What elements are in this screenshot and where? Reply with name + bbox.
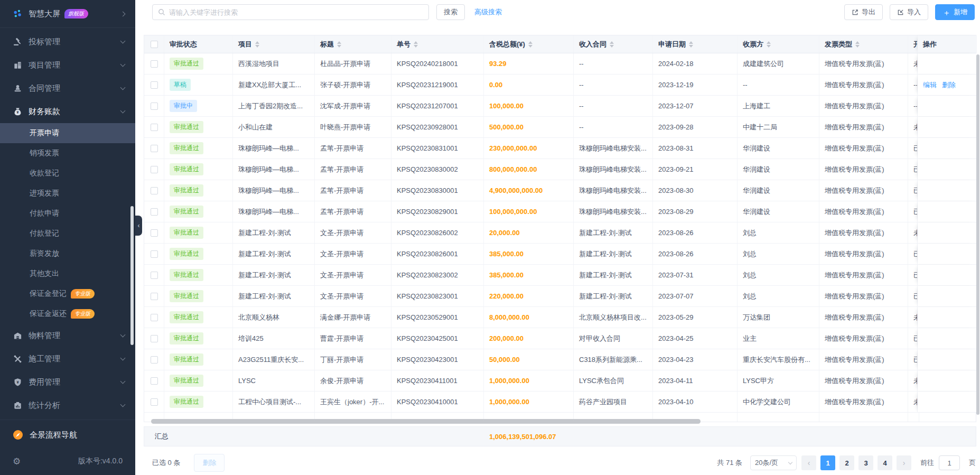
sidebar-item-other-expense[interactable]: 其他支出 [0,264,135,284]
sidebar-scrollbar[interactable] [130,206,134,345]
column-header[interactable]: 含税总额(¥) [484,35,574,53]
sidebar-item-invoice-apply[interactable]: 开票申请 [0,123,135,143]
table-body: 审批通过西溪湿地项目杜晶晶-开票申请KPSQ2024021800193.29--… [144,53,976,422]
table-cell: 增值税专用发票(蓝) [819,349,908,370]
horizontal-scrollbar[interactable] [151,419,701,424]
column-header[interactable]: 标题 [315,35,391,53]
row-checkbox[interactable] [151,60,158,68]
row-checkbox[interactable] [151,272,158,279]
table-row: 审批通过工程中心项目测试-...王宾生（joker）-开...KPSQ20230… [144,392,976,413]
sort-icon[interactable] [855,41,860,48]
column-header[interactable]: 收票方 [738,35,819,53]
column-header[interactable]: 发票类型 [819,35,908,53]
page-button[interactable]: 3 [858,455,873,470]
sidebar-item-finance-mgmt[interactable]: ¥财务账款 [0,100,135,123]
sidebar-item-payment-apply[interactable]: 付款申请 [0,203,135,223]
goto-label: 前往 [920,458,934,468]
sidebar-item-contract-mgmt[interactable]: 合同管理 [0,77,135,100]
delete-link[interactable]: 删除 [942,80,956,90]
gear-icon[interactable]: ⚙ [13,456,21,467]
sidebar-collapse-handle[interactable]: ‹ [135,216,142,236]
page-size-select[interactable]: 20条/页 [750,455,797,470]
table-cell: 20,000.00 [484,222,574,243]
sidebar-item-sales-invoice[interactable]: 销项发票 [0,143,135,163]
sidebar-item-deposit-return[interactable]: 保证金返还专业版 [0,304,135,324]
search-button[interactable]: 搜索 [436,4,465,20]
row-checkbox[interactable] [151,81,158,89]
table-cell: 0.00 [484,74,574,95]
table-cell: 新建工程-刘-测试 [574,244,653,264]
sidebar-item-receipt-register[interactable]: 收款登记 [0,163,135,183]
sidebar-item-material-mgmt[interactable]: 物料管理 [0,324,135,347]
prev-page-button[interactable]: ‹ [801,455,816,470]
table-cell: 已开票 [908,201,918,222]
table-row: 审批通过LYSC余俊-开票申请KPSQ202304110011,000,000.… [144,370,976,392]
sort-icon[interactable] [414,41,418,48]
vertical-scrollbar[interactable] [976,54,979,415]
advanced-search-link[interactable]: 高级搜索 [474,7,502,17]
column-header[interactable]: 申请日期 [653,35,738,53]
row-checkbox[interactable] [151,335,158,342]
sort-icon[interactable] [528,41,533,48]
row-checkbox[interactable] [151,103,158,110]
table-cell: 杜晶晶-开票申请 [315,53,391,74]
edit-link[interactable]: 编辑 [923,80,937,90]
column-header[interactable]: 单号 [391,35,484,53]
row-checkbox[interactable] [151,398,158,406]
add-button[interactable]: ＋ 新增 [935,4,975,20]
sort-icon[interactable] [767,41,771,48]
row-checkbox[interactable] [151,187,158,194]
sort-icon[interactable] [610,41,614,48]
table-cell: -- [574,96,653,116]
sort-icon[interactable] [689,41,693,48]
table-cell [144,349,164,370]
table-cell: KPSQ20230830002 [391,159,484,180]
sort-icon[interactable] [337,41,341,48]
row-checkbox[interactable] [151,377,158,385]
column-header[interactable]: 收入合同 [574,35,653,53]
delete-button[interactable]: 删除 [194,454,225,472]
page-button[interactable]: 1 [820,455,835,470]
page-button[interactable]: 2 [839,455,854,470]
table-row: 审批通过新建工程-刘-测试文圣-开票申请KPSQ2023082600220,00… [144,222,976,244]
row-checkbox[interactable] [151,293,158,300]
table-cell: 审批通过 [164,201,233,222]
sidebar-item-deposit-register[interactable]: 保证金登记专业版 [0,284,135,304]
row-checkbox[interactable] [151,229,158,237]
column-header[interactable]: 项目 [233,35,315,53]
sidebar-item-input-invoice[interactable]: 进项发票 [0,183,135,203]
row-checkbox[interactable] [151,250,158,258]
table-row: 审批通过珠穆朗玛峰—电梯...孟苇-开票申请KPSQ202308300014,9… [144,180,976,201]
table-cell: 新建工程-刘-测试 [574,286,653,306]
row-checkbox[interactable] [151,166,158,173]
sidebar-item-smart-screen[interactable]: 智慧大屏旗舰版 [0,2,135,25]
goto-page-input[interactable] [939,455,960,470]
table-cell: 文圣-开票申请 [315,222,391,243]
sidebar-item-project-mgmt[interactable]: 项目管理 [0,53,135,77]
next-page-button[interactable]: › [897,455,911,470]
table-cell: 已开票 [908,159,918,180]
sidebar-item-bidding-mgmt[interactable]: 投标管理 [0,30,135,53]
sidebar-item-construction-mgmt[interactable]: 施工管理 [0,347,135,370]
sidebar-item-process-navigation[interactable]: 全景流程导航 [0,422,135,448]
row-checkbox[interactable] [151,356,158,364]
row-checkbox[interactable] [151,124,158,131]
sidebar-item-expense-mgmt[interactable]: ¥费用管理 [0,370,135,394]
search-input[interactable] [169,8,423,16]
sidebar-item-payment-register[interactable]: 付款登记 [0,223,135,244]
select-all-checkbox[interactable] [151,41,158,48]
table-cell: 刘总 [738,265,819,285]
page-button[interactable]: 4 [878,455,892,470]
sidebar-item-salary-pay[interactable]: 薪资发放 [0,244,135,264]
row-checkbox[interactable] [151,314,158,321]
sidebar-item-label: 物料管理 [29,331,60,341]
status-badge: 审批通过 [170,248,203,260]
sort-icon[interactable] [255,41,259,48]
sidebar-item-stats-analysis[interactable]: 统计分析 [0,394,135,417]
row-checkbox[interactable] [151,208,158,216]
table-cell: 增值税专用发票(蓝) [819,370,908,391]
import-button[interactable]: 导入 [890,4,928,20]
export-button[interactable]: 导出 [844,4,883,20]
row-checkbox[interactable] [151,145,158,152]
table-cell: 未开票 [908,370,918,391]
